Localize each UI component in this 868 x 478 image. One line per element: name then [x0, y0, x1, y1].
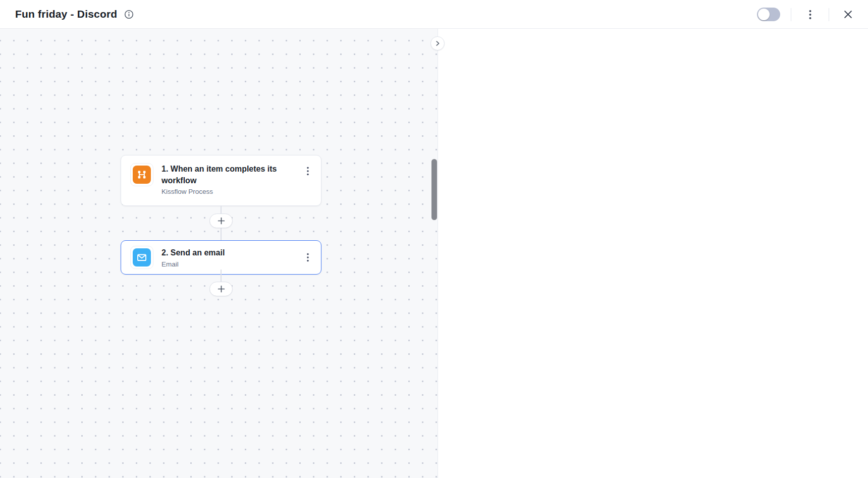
step-kebab-icon[interactable]: [302, 251, 314, 263]
top-bar-actions: [757, 0, 856, 29]
email-icon: [133, 248, 151, 267]
panel-scrollbar-thumb[interactable]: [431, 159, 437, 220]
divider: [791, 8, 791, 21]
divider: [829, 8, 829, 21]
close-icon[interactable]: [840, 7, 856, 23]
step-subtitle: Email: [161, 260, 302, 268]
step-icon-frame: [130, 163, 153, 186]
step-title: 1. When an item completes its workflow: [161, 163, 302, 186]
enable-flow-toggle[interactable]: [757, 8, 780, 21]
kebab-menu-icon[interactable]: [802, 7, 818, 23]
step-icon-frame: [130, 246, 153, 269]
collapse-panel-button[interactable]: [430, 36, 445, 50]
step-title: 2. Send an email: [161, 247, 302, 258]
step-subtitle: Kissflow Process: [161, 188, 302, 195]
action-config-panel: [438, 29, 868, 478]
step-text: 2. Send an email Email: [161, 247, 302, 268]
add-step-button[interactable]: [209, 282, 233, 296]
top-bar: Fun friday - Discord: [0, 0, 868, 29]
step-kebab-icon[interactable]: [302, 165, 314, 177]
connector-line: [221, 270, 222, 283]
add-step-button[interactable]: [209, 214, 233, 228]
step-card-trigger[interactable]: 1. When an item completes its workflow K…: [121, 155, 321, 206]
kissflow-icon: [133, 166, 151, 184]
workflow-canvas[interactable]: 1. When an item completes its workflow K…: [0, 29, 438, 478]
info-icon[interactable]: [124, 10, 134, 19]
toggle-knob: [758, 9, 770, 20]
step-text: 1. When an item completes its workflow K…: [161, 163, 302, 195]
workflow-title: Fun friday - Discord: [15, 8, 117, 20]
